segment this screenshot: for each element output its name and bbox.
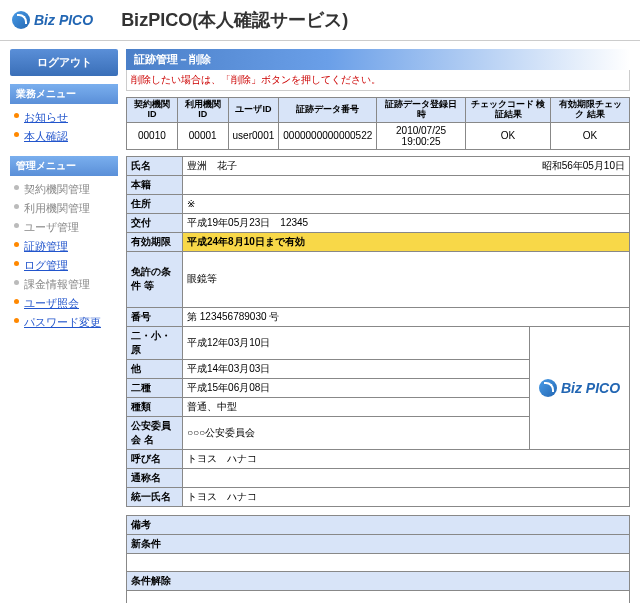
- logout-button[interactable]: ログアウト: [10, 49, 118, 76]
- sidebar-item-identity[interactable]: 本人確認: [24, 130, 68, 142]
- sidebar-item-log[interactable]: ログ管理: [24, 259, 68, 271]
- th-user-id: ユーザID: [228, 98, 279, 123]
- th-evidence-no: 証跡データ番号: [279, 98, 377, 123]
- cell-contract-id: 00010: [127, 122, 178, 149]
- mgmt-menu-list: 契約機関管理 利用機関管理 ユーザ管理 証跡管理 ログ管理 課金情報管理 ユーザ…: [10, 180, 118, 332]
- value-shurui: 普通、中型: [183, 397, 530, 416]
- biz-menu-list: お知らせ 本人確認: [10, 108, 118, 146]
- label-cond: 免許の条件 等: [127, 251, 183, 307]
- value-addr: ※: [183, 194, 630, 213]
- sidebar: ログアウト 業務メニュー お知らせ 本人確認 管理メニュー 契約機関管理 利用機…: [10, 49, 118, 603]
- mgmt-menu-header: 管理メニュー: [10, 156, 118, 176]
- label-biko: 備考: [127, 515, 630, 534]
- th-expiry-result: 有効期限チェック 結果: [551, 98, 630, 123]
- th-reg-datetime: 証跡データ登録日時: [377, 98, 466, 123]
- logo: Biz PICO: [12, 11, 93, 29]
- label-ta: 他: [127, 359, 183, 378]
- table-row: 00010 00001 user0001 0000000000000522 20…: [127, 122, 630, 149]
- instruction-text: 削除したい場合は、「削除」ボタンを押してください。: [126, 70, 630, 91]
- section-title: 証跡管理－削除: [126, 49, 630, 70]
- th-contract-id: 契約機関 ID: [127, 98, 178, 123]
- sidebar-item-billing: 課金情報管理: [24, 278, 90, 290]
- summary-table: 契約機関 ID 利用機関 ID ユーザID 証跡データ番号 証跡データ登録日時 …: [126, 97, 630, 150]
- sidebar-item-news[interactable]: お知らせ: [24, 111, 68, 123]
- value-yobi: トヨス ハナコ: [183, 449, 630, 468]
- sidebar-item-contract: 契約機関管理: [24, 183, 90, 195]
- label-name: 氏名: [127, 156, 183, 175]
- page-title: BizPICO(本人確認サービス): [121, 8, 348, 32]
- label-honseki: 本籍: [127, 175, 183, 194]
- value-name: 豊洲 花子昭和56年05月10日: [183, 156, 630, 175]
- value-nishoge: 平成12年03月10日: [183, 326, 530, 359]
- logo-text: Biz PICO: [34, 12, 93, 28]
- cell-user-id: user0001: [228, 122, 279, 149]
- sidebar-item-userquery[interactable]: ユーザ照会: [24, 297, 79, 309]
- value-num: 第 123456789030 号: [183, 307, 630, 326]
- label-yobi: 呼び名: [127, 449, 183, 468]
- cell-check-result: OK: [465, 122, 550, 149]
- sidebar-item-evidence[interactable]: 証跡管理: [24, 240, 68, 252]
- cell-expiry-result: OK: [551, 122, 630, 149]
- sidebar-item-org: 利用機関管理: [24, 202, 90, 214]
- label-shin: 新条件: [127, 534, 630, 553]
- biz-menu-header: 業務メニュー: [10, 84, 118, 104]
- label-num: 番号: [127, 307, 183, 326]
- label-issue: 交付: [127, 213, 183, 232]
- value-dob: 昭和56年05月10日: [542, 159, 625, 173]
- sidebar-item-user: ユーザ管理: [24, 221, 79, 233]
- th-check-result: チェックコード 検証結果: [465, 98, 550, 123]
- cell-org-id: 00001: [177, 122, 228, 149]
- value-cond: 眼鏡等: [183, 251, 630, 307]
- label-nishu: 二種: [127, 378, 183, 397]
- cell-reg-datetime: 2010/07/25 19:00:25: [377, 122, 466, 149]
- value-issue: 平成19年05月23日 12345: [183, 213, 630, 232]
- content: 証跡管理－削除 削除したい場合は、「削除」ボタンを押してください。 契約機関 I…: [126, 49, 630, 603]
- value-touitsu: トヨス ハナコ: [183, 487, 630, 506]
- value-psc: ○○○公安委員会: [183, 416, 530, 449]
- logo-text: Biz PICO: [561, 380, 620, 396]
- label-shurui: 種類: [127, 397, 183, 416]
- detail-table: 氏名豊洲 花子昭和56年05月10日 本籍 住所※ 交付平成19年05月23日 …: [126, 156, 630, 507]
- label-kaijo: 条件解除: [127, 571, 630, 590]
- sidebar-item-password[interactable]: パスワード変更: [24, 316, 101, 328]
- app-header: Biz PICO BizPICO(本人確認サービス): [0, 0, 640, 41]
- value-valid: 平成24年8月10日まで有効: [183, 232, 630, 251]
- label-nishoge: 二・小・原: [127, 326, 183, 359]
- detail-logo-cell: Biz PICO: [530, 326, 630, 449]
- cell-evidence-no: 0000000000000522: [279, 122, 377, 149]
- label-psc: 公安委員会 名: [127, 416, 183, 449]
- label-tsusho: 通称名: [127, 468, 183, 487]
- value-ta: 平成14年03月03日: [183, 359, 530, 378]
- value-honseki: [183, 175, 630, 194]
- th-org-id: 利用機関 ID: [177, 98, 228, 123]
- logo-icon: [539, 379, 557, 397]
- value-nishu: 平成15年06月08日: [183, 378, 530, 397]
- logo-icon: [12, 11, 30, 29]
- value-tsusho: [183, 468, 630, 487]
- memo-table: 備考 新条件 条件解除: [126, 515, 630, 603]
- label-valid: 有効期限: [127, 232, 183, 251]
- value-shin: [127, 553, 630, 571]
- label-addr: 住所: [127, 194, 183, 213]
- value-kaijo: [127, 590, 630, 603]
- label-touitsu: 統一氏名: [127, 487, 183, 506]
